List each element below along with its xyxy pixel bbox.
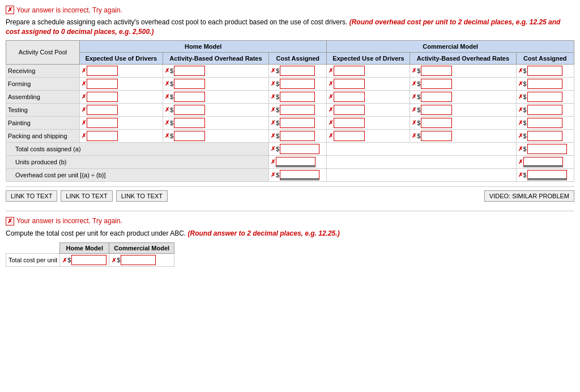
home-cost-cell-2: ✗ $ bbox=[269, 90, 327, 103]
comm-cost-x-2[interactable]: ✗ bbox=[518, 93, 523, 100]
instructions-1: Prepare a schedule assigning each activi… bbox=[6, 18, 574, 37]
comm-expected-x-5[interactable]: ✗ bbox=[329, 133, 333, 139]
comm-rate-input-3[interactable] bbox=[421, 105, 452, 115]
home-expected-input-0[interactable] bbox=[87, 66, 118, 76]
comm-cost-assigned-header: Cost Assigned bbox=[516, 52, 574, 64]
home-rate-input-0[interactable] bbox=[174, 66, 205, 76]
home-overhead-input[interactable] bbox=[280, 170, 319, 180]
comm-expected-x-1[interactable]: ✗ bbox=[329, 80, 333, 87]
comm-cost-x-5[interactable]: ✗ bbox=[518, 133, 523, 139]
link-to-text-2[interactable]: LINK TO TEXT bbox=[61, 190, 112, 202]
home-cost-x-3[interactable]: ✗ bbox=[271, 106, 275, 113]
comm-total-cost-per-unit-input[interactable] bbox=[121, 255, 156, 265]
home-rate-x-4[interactable]: ✗ bbox=[165, 120, 169, 126]
home-expected-use-header: Expected Use of Drivers bbox=[80, 52, 163, 64]
comm-cost-input-0[interactable] bbox=[527, 66, 562, 76]
home-cost-input-0[interactable] bbox=[280, 66, 315, 76]
comm-rate-x-3[interactable]: ✗ bbox=[412, 106, 416, 113]
comm-expected-x-2[interactable]: ✗ bbox=[329, 93, 333, 100]
comm-cost-cell-5: ✗ $ bbox=[516, 129, 574, 142]
home-rate-input-5[interactable] bbox=[174, 131, 205, 141]
home-units-x[interactable]: ✗ bbox=[271, 159, 275, 165]
comm-units-input[interactable] bbox=[523, 157, 563, 167]
comm-rate-input-2[interactable] bbox=[421, 92, 452, 102]
home-rate-x-5[interactable]: ✗ bbox=[165, 133, 169, 139]
home-total-x[interactable]: ✗ bbox=[271, 146, 275, 152]
comm-cost-input-5[interactable] bbox=[527, 131, 562, 141]
home-expected-x-5[interactable]: ✗ bbox=[82, 133, 86, 139]
comm-total-x[interactable]: ✗ bbox=[518, 146, 523, 152]
comm-expected-input-0[interactable] bbox=[334, 66, 365, 76]
home-cost-input-5[interactable] bbox=[280, 131, 315, 141]
home-rate-input-4[interactable] bbox=[174, 118, 205, 128]
home-rate-x-1[interactable]: ✗ bbox=[165, 80, 169, 87]
comm-rate-input-0[interactable] bbox=[421, 66, 452, 76]
comm-cost-x-1[interactable]: ✗ bbox=[518, 80, 523, 87]
comm-cost-input-2[interactable] bbox=[527, 92, 562, 102]
comm-expected-input-2[interactable] bbox=[334, 92, 365, 102]
home-cost-input-4[interactable] bbox=[280, 118, 315, 128]
comm-rate-input-4[interactable] bbox=[421, 118, 452, 128]
comm-expected-x-4[interactable]: ✗ bbox=[329, 120, 333, 126]
comm-expected-input-3[interactable] bbox=[334, 105, 365, 115]
home-rate-input-2[interactable] bbox=[174, 92, 205, 102]
comm-rate-input-1[interactable] bbox=[421, 79, 452, 89]
comm-expected-input-5[interactable] bbox=[334, 131, 365, 141]
home-cost-x-5[interactable]: ✗ bbox=[271, 133, 275, 139]
link-to-text-3[interactable]: LINK TO TEXT bbox=[116, 190, 168, 202]
comm-cost-x-4[interactable]: ✗ bbox=[518, 120, 523, 126]
home-expected-x-3[interactable]: ✗ bbox=[82, 106, 86, 113]
comm-rate-x-0[interactable]: ✗ bbox=[412, 67, 416, 74]
comm-cost-input-4[interactable] bbox=[527, 118, 562, 128]
home-cost-input-2[interactable] bbox=[280, 92, 315, 102]
comm-rate-input-5[interactable] bbox=[421, 131, 452, 141]
comm-cost-input-1[interactable] bbox=[527, 79, 562, 89]
home-cost-x-1[interactable]: ✗ bbox=[271, 80, 275, 87]
home-total-cost-per-unit-input[interactable] bbox=[71, 255, 106, 265]
home-total-cost-x[interactable]: ✗ bbox=[62, 257, 67, 263]
comm-rate-x-1[interactable]: ✗ bbox=[412, 80, 416, 87]
home-expected-x-4[interactable]: ✗ bbox=[82, 120, 86, 126]
activity-label-5: Packing and shipping bbox=[6, 129, 80, 142]
comm-expected-x-0[interactable]: ✗ bbox=[329, 67, 333, 74]
home-expected-input-1[interactable] bbox=[87, 79, 118, 89]
home-expected-x-2[interactable]: ✗ bbox=[82, 93, 86, 100]
home-expected-input-2[interactable] bbox=[87, 92, 118, 102]
home-expected-input-5[interactable] bbox=[87, 131, 118, 141]
home-expected-x-1[interactable]: ✗ bbox=[82, 80, 86, 87]
home-rate-x-3[interactable]: ✗ bbox=[165, 106, 169, 113]
comm-expected-input-1[interactable] bbox=[334, 79, 365, 89]
comm-overhead-input[interactable] bbox=[527, 170, 567, 180]
home-cost-x-2[interactable]: ✗ bbox=[271, 93, 275, 100]
home-rate-input-1[interactable] bbox=[174, 79, 205, 89]
comm-cost-x-0[interactable]: ✗ bbox=[518, 67, 523, 74]
comm-expected-input-4[interactable] bbox=[334, 118, 365, 128]
home-rate-input-3[interactable] bbox=[174, 105, 205, 115]
comm-rate-x-5[interactable]: ✗ bbox=[412, 133, 416, 139]
home-total-cost-input[interactable] bbox=[280, 144, 319, 154]
home-expected-use-cell-1: ✗ bbox=[80, 77, 163, 90]
comm-cost-x-3[interactable]: ✗ bbox=[518, 106, 523, 113]
home-overhead-x[interactable]: ✗ bbox=[271, 172, 275, 178]
comm-units-cell: ✗ bbox=[516, 155, 574, 168]
home-cost-input-1[interactable] bbox=[280, 79, 315, 89]
comm-cost-input-3[interactable] bbox=[527, 105, 562, 115]
home-cost-x-0[interactable]: ✗ bbox=[271, 67, 275, 74]
comm-expected-x-3[interactable]: ✗ bbox=[329, 106, 333, 113]
home-expected-x-0[interactable]: ✗ bbox=[82, 67, 86, 74]
comm-rate-x-2[interactable]: ✗ bbox=[412, 93, 416, 100]
comm-units-x[interactable]: ✗ bbox=[518, 159, 523, 165]
home-cost-x-4[interactable]: ✗ bbox=[271, 120, 275, 126]
comm-overhead-x[interactable]: ✗ bbox=[518, 172, 523, 178]
link-to-text-1[interactable]: LINK TO TEXT bbox=[6, 190, 57, 202]
video-similar-problem[interactable]: VIDEO: SIMILAR PROBLEM bbox=[484, 190, 574, 202]
home-expected-input-4[interactable] bbox=[87, 118, 118, 128]
home-cost-input-3[interactable] bbox=[280, 105, 315, 115]
comm-total-cost-input[interactable] bbox=[527, 144, 567, 154]
home-expected-input-3[interactable] bbox=[87, 105, 118, 115]
home-units-input[interactable] bbox=[276, 157, 315, 167]
home-rate-x-0[interactable]: ✗ bbox=[165, 67, 169, 74]
home-rate-x-2[interactable]: ✗ bbox=[165, 93, 169, 100]
comm-total-cost-x[interactable]: ✗ bbox=[112, 257, 116, 263]
comm-rate-x-4[interactable]: ✗ bbox=[412, 120, 416, 126]
